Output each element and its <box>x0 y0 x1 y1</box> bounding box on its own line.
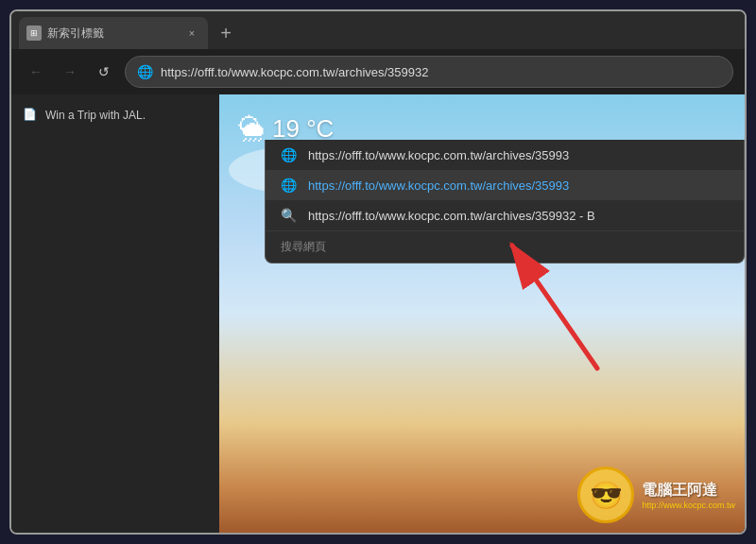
autocomplete-item-3[interactable]: 🔍 https://offf.to/www.kocpc.com.tw/archi… <box>266 200 744 230</box>
weather-icon: 🌦 <box>238 113 265 144</box>
tab-title: 新索引標籤 <box>47 26 178 42</box>
active-tab[interactable]: ⊞ 新索引標籤 × <box>19 17 208 49</box>
autocomplete-globe-icon-1: 🌐 <box>281 147 297 162</box>
globe-icon: 🌐 <box>137 64 153 79</box>
sidebar-item-label: Win a Trip with JAL. <box>45 109 208 122</box>
forward-button[interactable]: → <box>57 59 83 85</box>
autocomplete-search-icon: 🔍 <box>281 208 297 223</box>
tab-bar: ⊞ 新索引標籤 × + <box>11 11 745 49</box>
watermark-title: 電腦王阿達 <box>642 481 735 501</box>
autocomplete-item-2[interactable]: 🌐 https://offf.to/www.kocpc.com.tw/archi… <box>266 170 744 200</box>
autocomplete-text-1: https://offf.to/www.kocpc.com.tw/archive… <box>308 148 729 162</box>
tab-close-button[interactable]: × <box>183 25 200 42</box>
watermark-logo-emoji: 😎 <box>590 480 623 511</box>
sidebar-item-jal[interactable]: 📄 Win a Trip with JAL. <box>11 102 219 128</box>
watermark-text-block: 電腦王阿達 http://www.kocpc.com.tw <box>642 481 735 510</box>
tab-icon: ⊞ <box>26 26 42 41</box>
autocomplete-text-3: https://offf.to/www.kocpc.com.tw/archive… <box>308 209 729 223</box>
autocomplete-globe-icon-2: 🌐 <box>281 178 297 193</box>
navigation-bar: ← → ↺ 🌐 https://offf.to/www.kocpc.com.tw… <box>11 49 745 94</box>
page-icon: 📄 <box>23 108 38 123</box>
autocomplete-text-2: https://offf.to/www.kocpc.com.tw/archive… <box>308 178 729 193</box>
address-bar[interactable]: 🌐 https://offf.to/www.kocpc.com.tw/archi… <box>125 56 733 88</box>
autocomplete-footer: 搜尋網頁 <box>266 230 744 263</box>
watermark-subtitle: http://www.kocpc.com.tw <box>642 501 735 510</box>
autocomplete-footer-text: 搜尋網頁 <box>281 239 326 255</box>
browser-body: 📄 Win a Trip with JAL. <box>11 94 745 533</box>
autocomplete-dropdown: 🌐 https://offf.to/www.kocpc.com.tw/archi… <box>265 140 745 264</box>
refresh-button[interactable]: ↺ <box>91 59 117 85</box>
watermark: 😎 電腦王阿達 http://www.kocpc.com.tw <box>577 467 735 523</box>
autocomplete-item-1[interactable]: 🌐 https://offf.to/www.kocpc.com.tw/archi… <box>266 140 744 170</box>
address-text: https://offf.to/www.kocpc.com.tw/archive… <box>161 65 429 79</box>
page-background: ⊞ 新索引標籤 × + ← → ↺ 🌐 https://offf.to/www.… <box>0 0 756 544</box>
new-tab-button[interactable]: + <box>212 19 240 47</box>
back-button[interactable]: ← <box>23 59 49 85</box>
watermark-logo: 😎 <box>577 467 634 523</box>
main-content: 🌐 https://offf.to/www.kocpc.com.tw/archi… <box>219 94 745 533</box>
sidebar: 📄 Win a Trip with JAL. <box>11 94 219 533</box>
browser-window: ⊞ 新索引標籤 × + ← → ↺ 🌐 https://offf.to/www.… <box>9 9 747 535</box>
